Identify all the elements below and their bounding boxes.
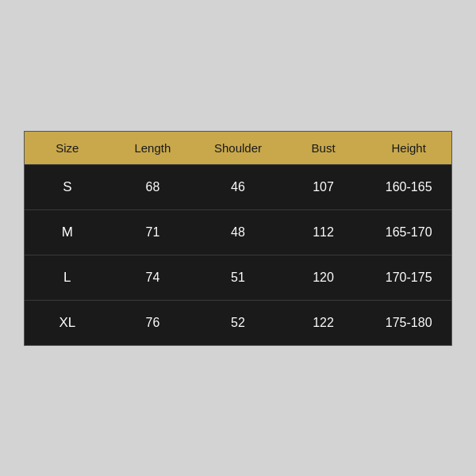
cell-bust-3: 122 [281, 316, 367, 330]
header-shoulder: Shoulder [195, 141, 281, 155]
cell-bust-1: 112 [281, 225, 367, 240]
table-row: L 74 51 120 170-175 [25, 255, 451, 300]
cell-length-2: 74 [110, 271, 196, 285]
cell-shoulder-0: 46 [195, 180, 281, 194]
header-bust: Bust [281, 141, 367, 155]
cell-size-3: XL [25, 315, 110, 331]
table-row: M 71 48 112 165-170 [25, 209, 451, 255]
cell-height-3: 175-180 [366, 316, 451, 330]
header-length: Length [110, 141, 196, 155]
table-row: XL 76 52 122 175-180 [25, 300, 451, 345]
table-row: S 68 46 107 160-165 [25, 164, 451, 209]
cell-bust-2: 120 [281, 271, 367, 285]
cell-bust-0: 107 [281, 180, 367, 194]
cell-length-1: 71 [110, 225, 196, 240]
cell-shoulder-2: 51 [195, 271, 281, 285]
table-header: Size Length Shoulder Bust Height [25, 132, 451, 164]
cell-height-0: 160-165 [366, 180, 451, 194]
header-height: Height [366, 141, 451, 155]
cell-length-3: 76 [110, 316, 196, 330]
cell-height-2: 170-175 [366, 271, 451, 285]
cell-length-0: 68 [110, 180, 196, 194]
cell-size-1: M [25, 225, 110, 240]
size-chart-table: Size Length Shoulder Bust Height S 68 46… [24, 131, 452, 346]
header-size: Size [25, 141, 110, 155]
cell-size-0: S [25, 179, 110, 195]
cell-height-1: 165-170 [366, 225, 451, 240]
cell-size-2: L [25, 270, 110, 286]
cell-shoulder-3: 52 [195, 316, 281, 330]
cell-shoulder-1: 48 [195, 225, 281, 240]
